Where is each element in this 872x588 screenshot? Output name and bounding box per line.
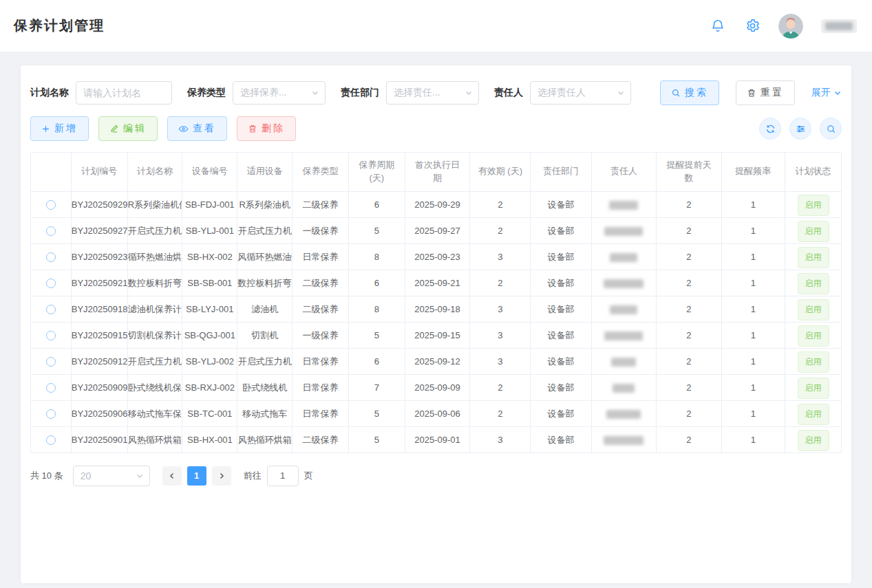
refresh-button[interactable]	[759, 118, 781, 140]
refresh-icon	[765, 124, 776, 134]
row-select-radio[interactable]	[46, 383, 56, 393]
cell-dept: 设备部	[531, 426, 591, 453]
add-button[interactable]: 新增	[30, 116, 89, 141]
cell-remind_days: 2	[657, 400, 721, 426]
row-select-radio[interactable]	[46, 226, 56, 236]
maintenance-type-value: 选择保养...	[240, 87, 311, 99]
user-avatar[interactable]	[778, 14, 803, 39]
next-page-button[interactable]	[212, 466, 231, 486]
prev-page-button[interactable]	[162, 466, 182, 486]
page-title: 保养计划管理	[14, 17, 105, 35]
page-size-select[interactable]: 20	[73, 466, 150, 486]
cell-valid: 3	[470, 322, 531, 348]
row-select-radio[interactable]	[46, 279, 56, 288]
cell-remind_freq: 1	[721, 348, 785, 374]
pencil-icon	[109, 124, 119, 133]
column-header-remind_days: 提醒提前天数	[657, 153, 721, 192]
cell-remind_days: 2	[657, 322, 721, 348]
cell-remind_freq: 1	[721, 270, 785, 296]
settings-gear-icon[interactable]	[744, 18, 761, 34]
dept-group: 选择责任...	[386, 81, 479, 105]
redacted-person-name	[613, 384, 635, 393]
goto-page-input[interactable]	[267, 466, 299, 486]
maintenance-type-select[interactable]: 选择保养...	[233, 81, 326, 105]
cell-radio	[31, 191, 72, 217]
cell-status: 启用	[785, 348, 842, 374]
cell-device: 移动式拖车	[237, 400, 293, 426]
cell-plan_no: BYJ20250921001	[71, 270, 127, 296]
column-header-person: 责任人	[591, 153, 656, 192]
table-header-row: 计划编号计划名称设备编号适用设备保养类型保养周期 (天)首次执行日期有效期 (天…	[31, 153, 842, 192]
cell-cycle: 6	[348, 348, 405, 374]
cell-plan_no: BYJ20250923001	[71, 243, 127, 270]
column-settings-button[interactable]	[789, 118, 811, 140]
cell-cycle: 5	[348, 217, 405, 243]
redacted-person-name	[604, 436, 644, 445]
row-select-radio[interactable]	[46, 435, 56, 445]
cell-person	[591, 217, 656, 243]
dept-select[interactable]: 选择责任...	[386, 81, 479, 105]
cell-device_no: SB-QGJ-001	[182, 322, 237, 348]
plan-name-input[interactable]	[76, 81, 172, 105]
expand-link[interactable]: 展开	[811, 87, 842, 99]
edit-button[interactable]: 编辑	[98, 116, 158, 141]
table-row: BYJ20250901001风热循环烘箱保养计划SB-HX-001风热循环烘箱二…	[31, 426, 842, 453]
plan-name-label: 计划名称	[30, 87, 69, 99]
reset-button[interactable]: 重置	[736, 80, 795, 105]
row-select-radio[interactable]	[46, 409, 56, 419]
delete-button[interactable]: 删除	[237, 116, 296, 141]
view-button[interactable]: 查看	[167, 116, 227, 141]
row-select-radio[interactable]	[46, 357, 56, 367]
row-select-radio[interactable]	[46, 305, 56, 314]
redacted-person-name	[610, 305, 637, 314]
cell-valid: 3	[470, 348, 531, 374]
cell-plan_no: BYJ20250915001	[71, 322, 127, 348]
cell-radio	[31, 374, 72, 400]
page-size-value: 20	[81, 470, 136, 481]
person-select[interactable]: 选择责任人	[530, 81, 631, 105]
person-value: 选择责任人	[538, 87, 617, 99]
cell-person	[591, 322, 656, 348]
search-button[interactable]: 搜索	[660, 80, 719, 105]
page-unit-label: 页	[304, 470, 313, 482]
cell-device_no: SB-LYJ-001	[182, 296, 237, 322]
cell-plan_no: BYJ20250912001	[71, 348, 127, 374]
cell-person	[591, 296, 656, 322]
toolbar: 新增 编辑 查看 删除	[30, 116, 842, 141]
column-header-first_date: 首次执行日期	[405, 153, 469, 192]
maintenance-plan-table: 计划编号计划名称设备编号适用设备保养类型保养周期 (天)首次执行日期有效期 (天…	[30, 152, 842, 453]
cell-radio	[31, 243, 72, 270]
column-header-status: 计划状态	[785, 153, 842, 192]
cell-remind_freq: 1	[721, 426, 785, 453]
filter-bar: 计划名称 保养类型 选择保养... 责任部门 选择责任... 责任人	[30, 80, 842, 105]
cell-first_date: 2025-09-09	[405, 374, 469, 400]
edit-button-label: 编辑	[123, 122, 147, 135]
row-select-radio[interactable]	[46, 331, 56, 340]
cell-status: 启用	[785, 243, 842, 270]
status-badge: 启用	[798, 273, 829, 294]
cell-device_no: SB-YLJ-001	[182, 217, 237, 243]
cell-first_date: 2025-09-12	[405, 348, 469, 374]
cell-device_no: SB-YLJ-002	[182, 348, 237, 374]
cell-first_date: 2025-09-06	[405, 400, 469, 426]
cell-status: 启用	[785, 322, 842, 348]
cell-dept: 设备部	[531, 322, 591, 348]
cell-remind_days: 2	[657, 348, 721, 374]
table-search-button[interactable]	[820, 118, 842, 140]
cell-remind_days: 2	[657, 426, 721, 453]
username-redacted[interactable]	[821, 19, 857, 33]
notification-bell-icon[interactable]	[710, 18, 726, 34]
dept-value: 选择责任...	[394, 87, 465, 99]
row-select-radio[interactable]	[46, 200, 56, 210]
table-row: BYJ20250906001移动式拖车保养计划SB-TC-001移动式拖车日常保…	[31, 400, 842, 426]
plan-name-group	[76, 81, 172, 105]
cell-type: 二级保养	[293, 270, 349, 296]
page-number-current[interactable]: 1	[187, 466, 206, 486]
cell-radio	[31, 400, 72, 426]
row-select-radio[interactable]	[46, 252, 56, 262]
cell-valid: 3	[470, 426, 531, 453]
chevron-left-icon	[168, 472, 176, 480]
cell-device_no: SB-HX-001	[182, 426, 237, 453]
cell-remind_freq: 1	[721, 296, 785, 322]
cell-plan_name: 切割机保养计划	[127, 322, 182, 348]
